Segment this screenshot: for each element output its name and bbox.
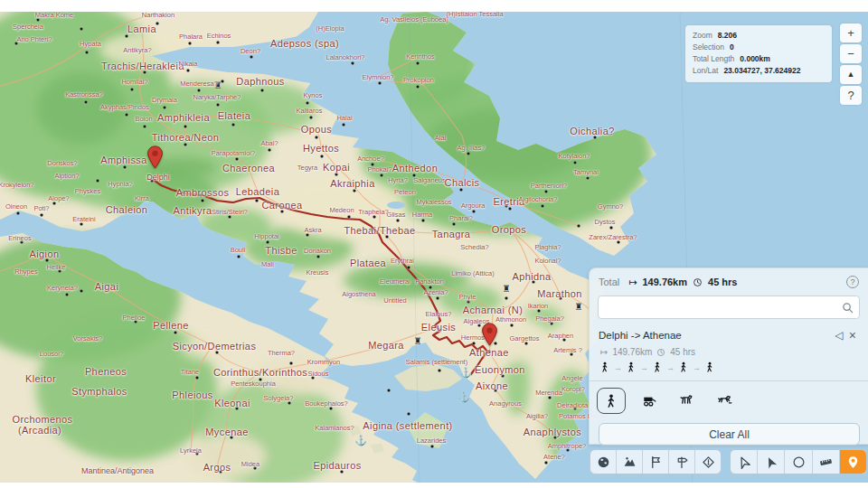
status-row: Selection0 xyxy=(693,42,825,53)
zoom-in-button[interactable]: + xyxy=(840,23,862,42)
route-totals-header: Total ↦ 149.76km 45 hrs ? xyxy=(590,268,868,294)
status-value: 0 xyxy=(730,42,734,53)
toolbar-signpost-button[interactable] xyxy=(668,450,694,474)
toolbar-ruler-button[interactable] xyxy=(812,450,839,474)
lake-hylike xyxy=(387,202,405,209)
clear-all-button[interactable]: Clear All xyxy=(599,423,860,446)
status-row: Total Length0.000km xyxy=(693,53,825,65)
toolbar-globe-button[interactable] xyxy=(590,450,616,474)
globe-icon xyxy=(597,455,610,469)
transport-mode-fast-horse[interactable] xyxy=(711,388,740,414)
panel-help-button[interactable]: ? xyxy=(846,276,859,288)
search-icon[interactable] xyxy=(842,302,854,314)
toolbar-flag-button[interactable] xyxy=(642,450,668,474)
total-time: 45 hrs xyxy=(708,277,737,287)
collapse-route-button[interactable]: ◁ xyxy=(833,329,846,342)
status-label: Lon/Lat xyxy=(693,65,718,77)
walk-mode-icon xyxy=(626,361,637,373)
route-panel: Total ↦ 149.76km 45 hrs ? Delphi -> Athe… xyxy=(589,267,868,445)
total-distance: 149.76km xyxy=(642,277,687,287)
toolbar-cursor-filled-button[interactable] xyxy=(757,450,784,474)
route-leg-modes: →→→→ xyxy=(590,357,868,380)
terrain-icon xyxy=(623,455,637,469)
toolbar-pin-button[interactable] xyxy=(839,450,866,474)
search-box xyxy=(598,296,860,319)
status-label: Total Length xyxy=(693,53,734,65)
transport-mode-row xyxy=(590,381,868,419)
map-help-button[interactable]: ? xyxy=(840,86,862,105)
circle-icon xyxy=(792,455,806,469)
search-input[interactable] xyxy=(604,301,842,314)
clock-icon xyxy=(656,348,665,357)
map-app: ♜♜♜♜⚓⚓⚓ Makra KomeNarthakionSpercheiaAno… xyxy=(0,0,868,488)
walk-mode-icon xyxy=(652,361,663,373)
walk-mode-icon xyxy=(678,361,689,373)
route-distance: 149.76km xyxy=(612,347,652,357)
tools-toolbar xyxy=(730,449,867,474)
bottom-strip xyxy=(0,483,868,488)
cursor-filled-icon xyxy=(764,455,778,469)
zoom-out-button[interactable]: − xyxy=(840,44,862,63)
clock-icon xyxy=(693,277,703,287)
transport-mode-cart[interactable] xyxy=(635,388,664,414)
walk-mode-icon xyxy=(599,361,610,373)
distance-icon: ↦ xyxy=(628,277,637,288)
toolbar-waypoint-button[interactable] xyxy=(694,450,721,474)
layers-toolbar xyxy=(590,449,722,474)
toolbar-cursor-outline-button[interactable] xyxy=(731,450,757,474)
status-value: 23.034727, 37.624922 xyxy=(723,65,800,77)
route-entry-stats: ↦ 149.76km 45 hrs xyxy=(590,344,868,357)
arrow-icon: → xyxy=(614,363,622,372)
map-controls: + − ▲ ? xyxy=(840,23,862,105)
toolbar-circle-button[interactable] xyxy=(784,450,811,474)
transport-mode-walk[interactable] xyxy=(597,388,626,414)
compass-button[interactable]: ▲ xyxy=(840,65,862,84)
arrow-icon: → xyxy=(693,363,701,372)
transport-mode-horse[interactable] xyxy=(673,388,702,414)
distance-icon: ↦ xyxy=(600,347,608,357)
toolbar-terrain-button[interactable] xyxy=(616,450,642,474)
arrow-icon: → xyxy=(640,363,648,372)
pin-icon xyxy=(846,455,860,469)
map-status-box: Zoom8.206Selection0Total Length0.000kmLo… xyxy=(685,25,832,82)
signpost-icon xyxy=(675,455,689,469)
walk-mode-icon xyxy=(704,361,715,373)
route-entry-header: Delphi -> Athenae ◁ × xyxy=(590,326,868,344)
top-strip xyxy=(0,0,868,12)
flag-icon xyxy=(649,455,663,469)
total-label: Total xyxy=(599,277,619,287)
status-value: 0.000km xyxy=(740,53,770,65)
close-route-button[interactable]: × xyxy=(846,328,859,343)
arrow-icon: → xyxy=(666,363,675,372)
status-value: 8.206 xyxy=(718,30,737,42)
ruler-icon xyxy=(819,455,833,469)
route-time: 45 hrs xyxy=(670,347,695,357)
status-row: Lon/Lat23.034727, 37.624922 xyxy=(693,65,825,77)
waypoint-icon xyxy=(702,455,715,469)
cursor-outline-icon xyxy=(737,455,750,469)
route-title: Delphi -> Athenae xyxy=(599,330,682,341)
status-row: Zoom8.206 xyxy=(693,30,825,42)
status-label: Zoom xyxy=(693,30,712,42)
status-label: Selection xyxy=(693,42,724,53)
